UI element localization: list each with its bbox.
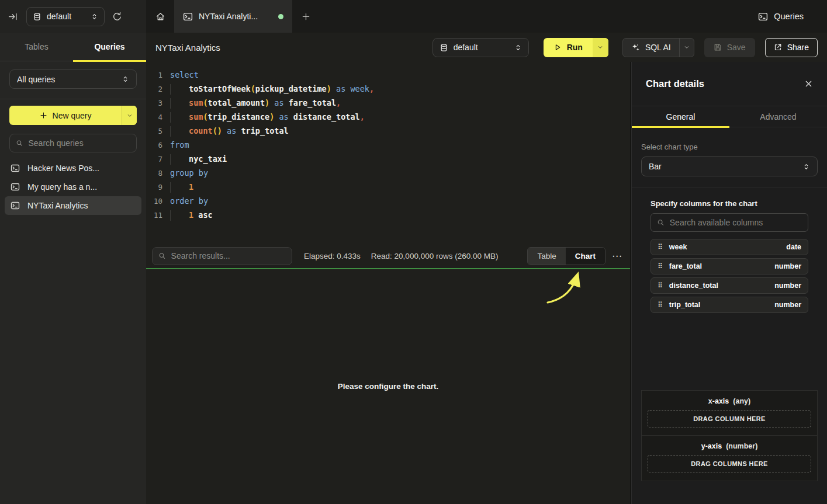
view-toggle-chart[interactable]: Chart [566, 248, 605, 265]
line-number: 7 [146, 152, 162, 166]
chart-details-panel: Chart details General Advanced Select ch… [631, 62, 827, 504]
queries-filter-select[interactable]: All queries [9, 69, 137, 89]
tab-strip: NYTaxi Analyti... [146, 0, 319, 33]
query-search[interactable] [9, 134, 137, 152]
code-token: distance_total [293, 112, 360, 121]
y-axis-dropzone[interactable]: DRAG COLUMNS HERE [648, 455, 811, 472]
line-number: 4 [146, 110, 162, 124]
results-search-input[interactable] [171, 251, 286, 260]
query-list: Hacker News Pos...My query has a n...NYT… [0, 159, 146, 215]
code-line: 1select [146, 68, 630, 82]
query-label: Hacker News Pos... [27, 164, 99, 173]
home-icon [155, 12, 165, 22]
indent-guide [170, 182, 189, 193]
column-name: trip_total [669, 301, 700, 309]
column-name: week [669, 243, 687, 251]
code-line: 10order by [146, 194, 630, 208]
sql-ai-dropdown[interactable] [679, 39, 694, 57]
query-list-item[interactable]: NYTaxi Analytics [5, 196, 141, 215]
column-chip[interactable]: ⠿distance_totalnumber [650, 277, 808, 294]
queries-button-label: Queries [774, 12, 804, 21]
code-token: pickup_datetime [255, 84, 327, 93]
terminal-icon [11, 201, 20, 210]
columns-search-input[interactable] [670, 218, 802, 227]
code-token: order by [170, 196, 208, 206]
new-query-button[interactable]: New query [9, 106, 137, 125]
query-list-item[interactable]: My query has a n... [5, 178, 141, 196]
code-token: , [369, 84, 374, 93]
column-chip[interactable]: ⠿trip_totalnumber [650, 297, 808, 313]
column-type: number [774, 301, 801, 309]
run-button[interactable]: Run [544, 38, 608, 57]
line-number: 11 [146, 208, 162, 223]
database-icon [33, 12, 41, 21]
code-token: as [269, 98, 289, 107]
query-list-item[interactable]: Hacker News Pos... [5, 159, 141, 178]
share-button[interactable]: Share [765, 38, 818, 57]
query-label: NYTaxi Analytics [27, 201, 88, 210]
indent-guide [170, 98, 189, 109]
code-token: group by [170, 168, 208, 178]
columns-search[interactable] [650, 213, 808, 232]
code-line: 7nyc_taxi [146, 152, 630, 166]
ellipsis-icon[interactable]: ⋯ [612, 251, 622, 261]
code-token: ( [251, 84, 255, 93]
new-query-main: New query [9, 106, 122, 125]
code-token: sum [189, 98, 203, 107]
chart-area: Please configure the chart. [146, 269, 630, 504]
page-title: NYTaxi Analytics [155, 43, 220, 53]
axes-card: x-axis (any) DRAG COLUMN HERE y-axis (nu… [641, 390, 818, 481]
elapsed-stat: Elapsed: 0.433s [304, 252, 361, 260]
sidebar-tab-queries[interactable]: Queries [73, 33, 146, 61]
play-icon [553, 43, 562, 51]
new-query-label: New query [53, 111, 92, 120]
run-options-dropdown[interactable] [593, 38, 608, 57]
tab-advanced[interactable]: Advanced [729, 106, 827, 127]
refresh-icon[interactable] [112, 12, 122, 22]
top-bar: default NYTaxi Analyti... Queries [0, 0, 827, 33]
line-number: 1 [146, 68, 162, 82]
configure-chart-message: Please configure the chart. [146, 382, 630, 391]
column-chip[interactable]: ⠿weekdate [650, 239, 808, 255]
code-line: 3sum(total_amount) as fare_total, [146, 96, 630, 110]
indent-guide [170, 154, 189, 165]
save-button[interactable]: Save [704, 38, 755, 57]
code-token: select [170, 70, 199, 79]
code-token: trip_total [241, 126, 288, 135]
run-database-selector[interactable]: default [432, 38, 529, 57]
code-line: 6from [146, 138, 630, 152]
home-tab[interactable] [146, 0, 174, 33]
collapse-sidebar-icon[interactable] [8, 12, 18, 22]
database-selector[interactable]: default [26, 7, 105, 26]
sql-editor[interactable]: 1select2toStartOfWeek(pickup_datetime) a… [146, 62, 630, 244]
code-token: 1 [189, 210, 193, 220]
code-token: nyc_taxi [189, 154, 227, 164]
drag-handle-icon[interactable]: ⠿ [658, 301, 663, 308]
chart-details-title: Chart details [646, 78, 704, 89]
view-toggle-table[interactable]: Table [528, 248, 565, 265]
drag-handle-icon[interactable]: ⠿ [658, 263, 663, 270]
column-name: fare_total [669, 262, 702, 270]
chart-type-select[interactable]: Bar [641, 157, 818, 176]
drag-handle-icon[interactable]: ⠿ [658, 244, 663, 251]
query-tab[interactable]: NYTaxi Analyti... [174, 0, 292, 33]
queries-button[interactable]: Queries [758, 12, 827, 22]
tab-general[interactable]: General [632, 106, 729, 127]
new-tab-button[interactable] [292, 0, 319, 33]
new-query-dropdown[interactable] [122, 106, 137, 125]
sidebar-divider [0, 99, 146, 99]
code-token: trip_distance [208, 112, 270, 121]
results-search[interactable] [152, 247, 292, 265]
chart-type-label: Select chart type [641, 142, 818, 151]
column-chip[interactable]: ⠿fare_totalnumber [650, 258, 808, 274]
save-label: Save [727, 43, 746, 52]
chevron-up-down-icon [122, 75, 129, 83]
sidebar-tab-tables[interactable]: Tables [0, 33, 73, 61]
sql-ai-main: SQL AI [623, 39, 679, 57]
x-axis-dropzone[interactable]: DRAG COLUMN HERE [648, 410, 811, 427]
queries-filter-value: All queries [17, 75, 122, 84]
sql-ai-button[interactable]: SQL AI [622, 38, 694, 57]
query-search-input[interactable] [28, 138, 130, 148]
close-icon[interactable] [804, 79, 813, 88]
drag-handle-icon[interactable]: ⠿ [658, 282, 663, 289]
